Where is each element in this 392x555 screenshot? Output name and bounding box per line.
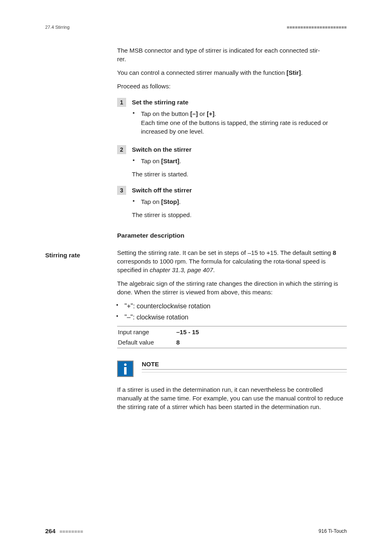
table-row: Input range –15 - 15: [118, 327, 346, 337]
param-value: –15 - 15: [176, 327, 346, 337]
text: Setting the stirring rate. It can be set…: [117, 249, 333, 256]
list-item: "–": clockwise rotation: [125, 312, 347, 322]
list-item: Tap on the button [–] or [+]. Each time …: [141, 109, 347, 136]
text: Each time one of the buttons is tapped, …: [141, 119, 328, 135]
text: corresponds to 1000 rpm. The formula for…: [117, 258, 284, 265]
note-body: If a stirrer is used in the determinatio…: [117, 385, 347, 411]
header-dots: ■■■■■■■■■■■■■■■■■■■■■■: [287, 25, 347, 30]
intro-p3: Proceed as follows:: [117, 82, 347, 90]
step-result: The stirrer is started.: [132, 170, 191, 179]
list-item: "+": counterclockwise rotation: [125, 301, 347, 311]
text: rer.: [117, 56, 126, 62]
product-name: 916 Ti-Touch: [318, 528, 347, 534]
step-result: The stirrer is stopped.: [132, 210, 192, 220]
intro-p1: The MSB connector and type of stirrer is…: [117, 46, 347, 63]
text: Tap on the button: [141, 110, 190, 117]
text: .: [179, 157, 181, 164]
param-desc-p1: Setting the stirring rate. It can be set…: [117, 248, 347, 274]
parameter-table: Input range –15 - 15 Default value 8: [117, 326, 347, 348]
function-name: [Stir]: [286, 69, 301, 76]
step-title: Set the stirring rate: [132, 98, 347, 107]
page-footer: 264 ■■■■■■■■ 916 Ti-Touch: [45, 527, 347, 534]
list-item: Tap on [Start].: [141, 157, 191, 166]
info-icon: [117, 361, 134, 377]
text: .: [301, 69, 302, 76]
button-ref: [Stop]: [161, 198, 179, 205]
default-value: 8: [333, 249, 336, 256]
text: You can control a connected stirrer manu…: [117, 69, 286, 76]
list-item: Tap on [Stop].: [141, 197, 192, 206]
param-desc-p2: The algebraic sign of the stirring rate …: [117, 279, 347, 296]
text: .: [214, 110, 216, 117]
section-heading: Parameter description: [117, 232, 347, 239]
step-number: 2: [117, 145, 126, 154]
note-block: NOTE If a stirrer is used in the determi…: [117, 361, 347, 411]
text: Tap on: [141, 157, 161, 164]
button-ref: [+]: [207, 110, 214, 117]
step-title: Switch off the stirrer: [132, 186, 192, 195]
text: .: [179, 198, 181, 205]
side-label-stirring-rate: Stirring rate: [45, 252, 80, 259]
chapter-ref: chapter 31.3, page 407: [150, 266, 213, 273]
param-label: Input range: [118, 327, 175, 337]
text: Tap on: [141, 198, 161, 205]
text: or: [198, 110, 207, 117]
button-ref: [Start]: [161, 157, 179, 164]
intro-p2: You can control a connected stirrer manu…: [117, 68, 347, 77]
param-label: Default value: [118, 338, 175, 347]
param-value: 8: [176, 338, 346, 347]
step-title: Switch on the stirrer: [132, 145, 191, 154]
button-ref: [–]: [190, 110, 198, 117]
running-header: 27.4 Stirring ■■■■■■■■■■■■■■■■■■■■■■: [45, 25, 347, 30]
step-2: 2 Switch on the stirrer Tap on [Start]. …: [117, 145, 347, 178]
step-3: 3 Switch off the stirrer Tap on [Stop]. …: [117, 186, 347, 219]
header-section: 27.4 Stirring: [45, 25, 69, 30]
step-number: 3: [117, 186, 126, 195]
page-number: 264: [45, 527, 55, 534]
step-1: 1 Set the stirring rate Tap on the butto…: [117, 98, 347, 138]
text: .: [213, 266, 215, 273]
step-number: 1: [117, 98, 126, 107]
divider: [142, 372, 347, 372]
note-title: NOTE: [142, 361, 347, 370]
footer-dots: ■■■■■■■■: [59, 529, 83, 534]
table-row: Default value 8: [118, 338, 346, 347]
text: The MSB connector and type of stirrer is…: [117, 47, 318, 54]
